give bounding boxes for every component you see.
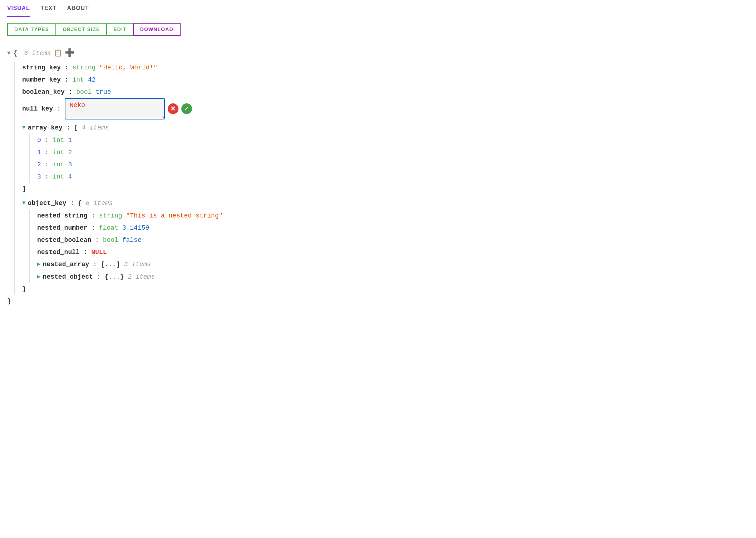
root-row: ▼ { 6 items 📋 ➕ (7, 45, 749, 62)
array-item-row: 3 : int 4 (37, 171, 749, 183)
collapsed-count: 3 items (124, 258, 151, 270)
array-item-type: int (53, 158, 64, 171)
string-key-label: string_key (22, 62, 61, 74)
number-key-value: 42 (88, 74, 96, 86)
array-item-row: 2 : int 3 (37, 158, 749, 171)
null-key-edit-input[interactable]: Neko (65, 98, 165, 119)
expand-icon[interactable]: ▶ (37, 272, 41, 282)
boolean-key-row: boolean_key : bool true (22, 86, 749, 98)
array-item-value: 3 (68, 158, 72, 171)
null-type: NULL (91, 246, 107, 258)
nested-value: 3.14159 (122, 222, 149, 234)
root-children: string_key : string "Hello, World!" numb… (14, 62, 749, 295)
number-key-row: number_key : int 42 (22, 74, 749, 86)
array-count: 4 items (78, 122, 109, 134)
tab-visual[interactable]: VISUAL (7, 5, 30, 17)
root-count: 6 items (20, 47, 51, 59)
string-key-value: "Hello, World!" (99, 62, 157, 74)
toolbar: DATA TYPES OBJECT SIZE EDIT DOWNLOAD (0, 17, 756, 41)
nested-value: false (122, 234, 142, 246)
object-field-row: nested_boolean : bool false (37, 234, 749, 246)
object-field-row: nested_number : float 3.14159 (37, 222, 749, 234)
array-item-value: 1 (68, 134, 72, 146)
confirm-edit-button[interactable]: ✓ (181, 103, 192, 114)
nested-key: nested_number (37, 222, 87, 234)
cancel-edit-button[interactable]: ✕ (168, 103, 178, 114)
download-button[interactable]: DOWNLOAD (133, 23, 181, 36)
tab-about[interactable]: ABOUT (67, 5, 89, 17)
object-close: } (22, 283, 749, 295)
boolean-key-label: boolean_key (22, 86, 65, 98)
null-key-row: null_key : Neko ✕ ✓ (22, 98, 749, 119)
expand-icon[interactable]: ▶ (37, 259, 41, 270)
boolean-key-value: true (95, 86, 111, 98)
object-field-row: nested_string : string "This is a nested… (37, 210, 749, 222)
object-field-row: ▶nested_object : {...} 2 items (37, 271, 749, 283)
string-key-row: string_key : string "Hello, World!" (22, 62, 749, 74)
top-nav: VISUAL TEXT ABOUT (0, 0, 756, 17)
array-index: 1 (37, 146, 41, 158)
nested-key: nested_array (43, 258, 89, 270)
tab-text[interactable]: TEXT (40, 5, 56, 17)
copy-icon[interactable]: 📋 (54, 47, 62, 59)
root-open-brace: { (14, 47, 18, 59)
array-items: 0 : int 11 : int 22 : int 33 : int 4 (29, 134, 749, 183)
nested-key: nested_null (37, 246, 80, 258)
nested-key: nested_object (43, 271, 93, 283)
nested-type: bool (103, 234, 118, 246)
array-index: 3 (37, 171, 41, 183)
collapsed-count: 2 items (128, 271, 155, 283)
nested-type: string (99, 210, 122, 222)
nested-value: "This is a nested string" (126, 210, 222, 222)
json-tree: ▼ { 6 items 📋 ➕ string_key : string "Hel… (0, 41, 756, 314)
null-key-label: null_key (22, 103, 53, 115)
edit-input-wrapper: Neko ✕ ✓ (65, 98, 192, 119)
object-field-row: nested_null : NULL (37, 246, 749, 258)
number-key-label: number_key (22, 74, 61, 86)
array-item-row: 1 : int 2 (37, 146, 749, 158)
array-key-row: ▼ array_key : [ 4 items (22, 122, 749, 134)
array-item-value: 2 (68, 146, 72, 158)
array-item-type: int (53, 134, 64, 146)
add-item-icon[interactable]: ➕ (65, 46, 74, 61)
array-index: 2 (37, 158, 41, 171)
root-close: } (7, 295, 749, 307)
array-item-type: int (53, 171, 64, 183)
object-size-button[interactable]: OBJECT SIZE (55, 23, 106, 36)
object-key-label: object_key (28, 197, 67, 209)
boolean-key-type: bool (76, 86, 92, 98)
nested-key: nested_boolean (37, 234, 91, 246)
array-collapse-icon[interactable]: ▼ (22, 122, 26, 133)
string-key-type: string (72, 62, 95, 74)
array-key-label: array_key (28, 122, 63, 134)
object-count: 6 items (82, 197, 113, 209)
edit-button[interactable]: EDIT (106, 23, 133, 36)
object-collapse-icon[interactable]: ▼ (22, 198, 26, 209)
array-item-type: int (53, 146, 64, 158)
array-key-section: ▼ array_key : [ 4 items 0 : int 11 : int… (22, 122, 749, 195)
nested-type: float (99, 222, 118, 234)
root-collapse-icon[interactable]: ▼ (7, 48, 11, 59)
object-key-section: ▼ object_key : { 6 items nested_string :… (22, 197, 749, 295)
object-fields: nested_string : string "This is a nested… (29, 210, 749, 283)
app-container: VISUAL TEXT ABOUT DATA TYPES OBJECT SIZE… (0, 0, 756, 314)
object-key-row: ▼ object_key : { 6 items (22, 197, 749, 209)
nested-key: nested_string (37, 210, 87, 222)
array-index: 0 (37, 134, 41, 146)
array-item-row: 0 : int 1 (37, 134, 749, 146)
array-item-value: 4 (68, 171, 72, 183)
object-field-row: ▶nested_array : [...] 3 items (37, 258, 749, 270)
number-key-type: int (72, 74, 84, 86)
array-close: ] (22, 183, 749, 195)
data-types-button[interactable]: DATA TYPES (7, 23, 55, 36)
